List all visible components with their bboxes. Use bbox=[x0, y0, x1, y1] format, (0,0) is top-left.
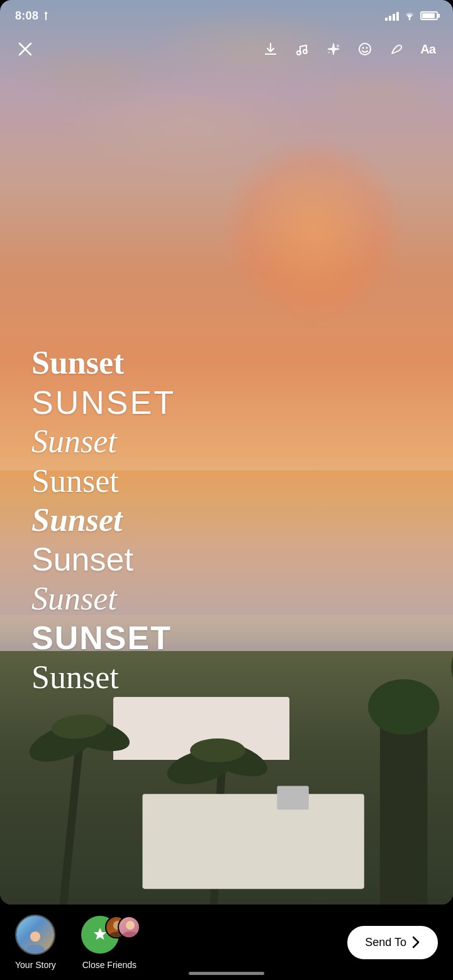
svg-point-22 bbox=[366, 47, 368, 49]
close-friends-option[interactable]: Close Friends bbox=[81, 915, 138, 970]
status-time: 8:08 bbox=[15, 9, 38, 23]
wifi-icon bbox=[404, 11, 415, 20]
svg-point-18 bbox=[297, 51, 301, 55]
svg-point-23 bbox=[30, 932, 40, 942]
signal-icon bbox=[385, 11, 399, 21]
text-line-6[interactable]: Sunset bbox=[31, 540, 176, 579]
send-to-button[interactable]: Send To bbox=[347, 926, 438, 959]
svg-point-12 bbox=[368, 679, 439, 734]
chevron-right-icon bbox=[411, 936, 420, 949]
svg-point-25 bbox=[126, 921, 135, 930]
sparkle-button[interactable] bbox=[321, 36, 346, 62]
svg-point-20 bbox=[359, 43, 371, 55]
svg-rect-11 bbox=[380, 706, 427, 905]
your-story-label: Your Story bbox=[15, 960, 56, 970]
svg-point-0 bbox=[409, 18, 411, 20]
avatar-person bbox=[23, 928, 48, 954]
svg-line-1 bbox=[64, 746, 79, 905]
your-story-option[interactable]: Your Story bbox=[15, 915, 56, 970]
download-button[interactable] bbox=[258, 36, 283, 62]
svg-point-21 bbox=[362, 47, 364, 49]
story-canvas: Sunset SUNSET Sunset Sunset Sunset Sunse… bbox=[0, 0, 453, 905]
bottom-bar: Your Story bbox=[0, 905, 453, 980]
music-button[interactable] bbox=[289, 36, 315, 62]
close-button[interactable] bbox=[13, 36, 38, 62]
text-overlays: Sunset SUNSET Sunset Sunset Sunset Sunse… bbox=[31, 343, 176, 697]
status-icons bbox=[385, 11, 438, 21]
status-bar: 8:08 bbox=[0, 0, 453, 31]
home-indicator bbox=[189, 972, 264, 975]
close-friends-label: Close Friends bbox=[82, 960, 137, 970]
text-line-5[interactable]: Sunset bbox=[31, 501, 176, 540]
text-line-7[interactable]: Sunset bbox=[31, 579, 176, 618]
friend-avatar-2 bbox=[118, 916, 140, 938]
text-line-8[interactable]: SUNSET bbox=[31, 618, 176, 657]
send-to-label: Send To bbox=[365, 936, 406, 949]
svg-point-8 bbox=[190, 738, 245, 762]
story-toolbar: Aa bbox=[0, 30, 453, 68]
text-line-1[interactable]: Sunset bbox=[31, 343, 176, 382]
battery-icon bbox=[420, 11, 438, 20]
text-button[interactable]: Aa bbox=[415, 36, 440, 62]
text-button-label: Aa bbox=[420, 42, 435, 57]
share-options: Your Story bbox=[15, 915, 138, 970]
sticker-button[interactable] bbox=[352, 36, 378, 62]
text-line-3[interactable]: Sunset bbox=[31, 422, 176, 461]
draw-button[interactable] bbox=[384, 36, 409, 62]
svg-point-19 bbox=[303, 50, 307, 53]
your-story-avatar bbox=[15, 915, 55, 955]
photo-background: Sunset SUNSET Sunset Sunset Sunset Sunse… bbox=[0, 0, 453, 905]
sky-glow bbox=[219, 136, 408, 325]
svg-rect-14 bbox=[277, 786, 308, 810]
text-line-9[interactable]: Sunset bbox=[31, 658, 176, 697]
svg-rect-13 bbox=[142, 794, 364, 889]
text-line-2[interactable]: SUNSET bbox=[31, 383, 176, 422]
text-line-4[interactable]: Sunset bbox=[31, 462, 176, 501]
close-friends-avatars bbox=[81, 915, 138, 955]
toolbar-right: Aa bbox=[258, 36, 440, 62]
location-icon bbox=[42, 11, 50, 20]
